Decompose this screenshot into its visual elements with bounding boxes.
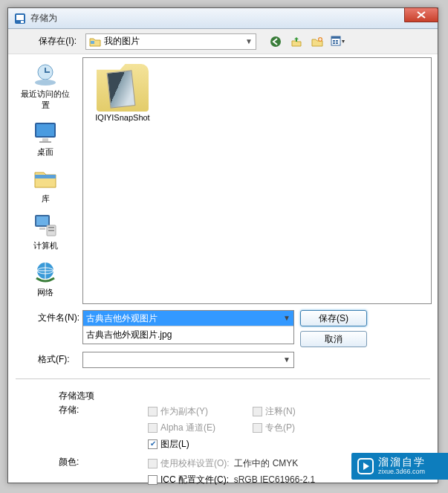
computer-icon	[32, 212, 59, 239]
watermark-url: zixue.3d66.com	[378, 468, 426, 476]
titlebar: 存储为	[8, 8, 438, 29]
svg-point-4	[270, 36, 281, 47]
watermark-title: 溜溜自学	[378, 457, 426, 468]
desktop-icon	[32, 118, 59, 145]
checkbox-as-copy[interactable]: 作为副本(Y)	[148, 404, 215, 419]
checkbox-proof[interactable]: 使用校样设置(O): 工作中的 CMYK	[148, 456, 315, 471]
filename-section: 文件名(N): 古典吉他外观图片 ▼ 古典吉他外观图片.jpg 保存(S) 取消…	[8, 307, 438, 378]
svg-rect-11	[336, 42, 338, 44]
svg-rect-21	[39, 228, 45, 230]
sidebar-item-label: 最近访问的位置	[17, 88, 74, 111]
checkbox-icon	[148, 423, 158, 433]
sidebar-item-label: 计算机	[33, 240, 58, 251]
sidebar-item-recent[interactable]: 最近访问的位置	[16, 59, 75, 112]
filename-label: 文件名(N):	[16, 310, 82, 324]
checkbox-icon	[253, 423, 262, 433]
svg-rect-24	[48, 230, 54, 231]
filename-dropdown-item[interactable]: 古典吉他外观图片.jpg	[83, 326, 293, 344]
checkbox-icon: ✔	[148, 439, 158, 449]
sidebar-item-label: 桌面	[37, 146, 53, 158]
save-in-label: 保存在(I):	[14, 35, 81, 48]
watermark-play-icon	[357, 458, 374, 474]
svg-rect-20	[36, 216, 48, 225]
options-title: 存储选项	[59, 390, 424, 402]
svg-rect-18	[35, 175, 56, 178]
back-button[interactable]	[267, 33, 285, 50]
store-label: 存储:	[22, 404, 148, 416]
sidebar-item-network[interactable]: 网络	[16, 257, 75, 300]
svg-rect-10	[336, 40, 338, 42]
dropdown-arrow-icon: ▼	[245, 37, 253, 45]
sidebar-item-label: 库	[42, 193, 50, 204]
format-combo[interactable]: ▼	[82, 352, 294, 368]
new-folder-icon	[311, 36, 323, 48]
back-icon	[270, 36, 282, 48]
folder-label: IQIYISnapShot	[95, 113, 149, 122]
svg-rect-3	[91, 41, 94, 44]
dropdown-arrow-icon: ▼	[283, 355, 290, 364]
sidebar-item-label: 网络	[37, 287, 53, 298]
sidebar-item-computer[interactable]: 计算机	[16, 210, 75, 253]
svg-rect-7	[331, 36, 340, 39]
location-dropdown[interactable]: 我的图片 ▼	[85, 33, 256, 50]
library-icon	[32, 165, 59, 192]
checkbox-spot[interactable]: 专色(P)	[253, 420, 296, 435]
view-menu-button[interactable]	[329, 33, 347, 50]
svg-rect-23	[48, 227, 54, 228]
svg-rect-15	[36, 124, 54, 136]
body-row: 最近访问的位置 桌面 库 计算机	[8, 54, 438, 307]
sidebar-item-desktop[interactable]: 桌面	[16, 117, 75, 159]
checkbox-icon	[148, 459, 158, 468]
save-as-dialog: 存储为 保存在(I): 我的图片 ▼	[7, 7, 438, 483]
svg-point-13	[35, 80, 56, 86]
svg-rect-17	[39, 141, 51, 143]
cancel-button[interactable]: 取消	[300, 331, 367, 347]
folder-icon	[97, 64, 149, 112]
location-text: 我的图片	[104, 35, 140, 48]
recent-icon	[32, 60, 59, 87]
checkbox-layers[interactable]: ✔ 图层(L)	[148, 436, 215, 451]
checkbox-icon	[148, 475, 158, 485]
checkbox-annotations[interactable]: 注释(N)	[253, 404, 296, 419]
save-button[interactable]: 保存(S)	[300, 310, 367, 326]
svg-rect-16	[42, 138, 48, 141]
new-folder-button[interactable]	[308, 33, 326, 50]
view-icon	[331, 36, 345, 48]
format-label: 格式(F):	[16, 352, 82, 366]
svg-rect-9	[333, 42, 335, 44]
folder-icon	[89, 36, 101, 47]
sidebar-item-libraries[interactable]: 库	[16, 164, 75, 206]
checkbox-icon	[148, 407, 158, 416]
up-button[interactable]	[288, 33, 305, 50]
checkbox-icon	[253, 407, 262, 416]
up-icon	[290, 36, 302, 48]
checkbox-alpha[interactable]: Alpha 通道(E)	[148, 420, 215, 435]
checkbox-icc[interactable]: ICC 配置文件(C): sRGB IEC61966-2.1	[148, 472, 315, 487]
filename-value[interactable]: 古典吉他外观图片	[83, 311, 293, 326]
network-icon	[32, 259, 59, 286]
svg-rect-8	[333, 40, 335, 42]
svg-rect-2	[21, 21, 24, 23]
format-value	[83, 352, 293, 367]
app-icon	[14, 13, 26, 25]
nav-buttons	[267, 33, 347, 50]
dropdown-arrow-icon: ▼	[283, 314, 290, 322]
places-sidebar: 最近访问的位置 桌面 库 计算机	[8, 54, 82, 307]
file-list[interactable]: IQIYISnapShot	[82, 57, 432, 304]
toolbar: 保存在(I): 我的图片 ▼	[8, 29, 438, 54]
svg-rect-1	[16, 15, 24, 20]
close-icon	[417, 11, 426, 19]
folder-item[interactable]: IQIYISnapShot	[89, 64, 156, 122]
filename-combo[interactable]: 古典吉他外观图片 ▼ 古典吉他外观图片.jpg	[82, 310, 294, 344]
color-label: 颜色:	[22, 456, 148, 468]
watermark: 溜溜自学 zixue.3d66.com	[351, 453, 448, 480]
dialog-title: 存储为	[30, 12, 57, 25]
close-button[interactable]	[404, 7, 438, 22]
